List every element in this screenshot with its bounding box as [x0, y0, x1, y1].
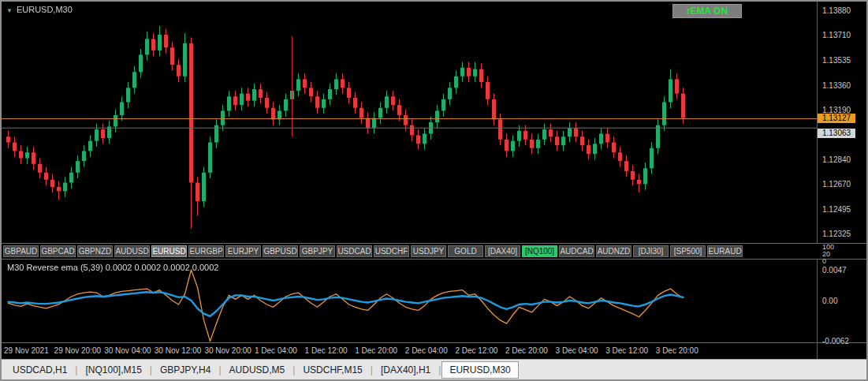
- indicator-scale-label: -0.0062: [822, 337, 849, 346]
- symbol-button-dji30[interactable]: [DJI30]: [633, 245, 669, 257]
- main-chart-canvas[interactable]: [2, 2, 817, 243]
- symbol-button-eurgbp[interactable]: EURGBP: [188, 245, 224, 257]
- chart-symbol-label: EURUSD,M30: [17, 5, 73, 14]
- symbol-button-usdchf[interactable]: USDCHF: [374, 245, 409, 257]
- chart-window: ▼EURUSD,M30 rEMA ON 1.138801.137101.1353…: [0, 0, 868, 381]
- time-axis-label: 29 Nov 20:00: [54, 346, 102, 355]
- bid-price-tag: 1.13063: [818, 129, 855, 138]
- time-axis-label: 1 Dec 12:00: [305, 346, 348, 355]
- price-axis-label: 1.12670: [822, 180, 851, 189]
- time-axis-label: 2 Dec 04:00: [405, 346, 448, 355]
- symbol-button-gbpusd[interactable]: GBPUSD: [263, 245, 298, 257]
- tab-eurusd-m30[interactable]: EURUSD,M30: [441, 361, 518, 379]
- symbol-button-audcad[interactable]: AUDCAD: [559, 245, 594, 257]
- chart-dropdown-icon: ▼: [6, 7, 13, 14]
- time-axis-label: 30 Nov 20:00: [204, 346, 251, 355]
- symbol-button-gbpaud[interactable]: GBPAUD: [3, 245, 39, 257]
- rema-toggle-button[interactable]: rEMA ON: [672, 4, 742, 18]
- symbol-button-row: GBPAUDGBPCADGBPNZDAUDUSDEURUSDEURGBPEURJ…: [2, 243, 866, 260]
- symbol-button-usdcad[interactable]: USDCAD: [337, 245, 372, 257]
- symbol-button-eurusd[interactable]: EURUSD: [151, 245, 187, 257]
- ask-price-tag: 1.13127: [818, 114, 855, 123]
- symbol-button-dax40[interactable]: [DAX40]: [485, 245, 520, 257]
- tab--dax40--h1[interactable]: [DAX40],H1: [374, 361, 438, 379]
- symbol-button-nq100[interactable]: [NQ100]: [522, 245, 557, 257]
- symbol-button-gbpcad[interactable]: GBPCAD: [40, 245, 76, 257]
- time-axis-label: 30 Nov 04:00: [104, 346, 151, 355]
- symbol-button-euraud[interactable]: EURAUD: [707, 245, 743, 257]
- time-axis-label: 3 Dec 04:00: [556, 346, 598, 355]
- time-axis-label: 29 Nov 2021: [4, 346, 49, 355]
- price-axis-label: 1.12840: [822, 155, 851, 164]
- symbol-button-audnzd[interactable]: AUDNZD: [596, 245, 631, 257]
- tab-audusd-m5[interactable]: AUDUSD,M5: [222, 361, 292, 379]
- price-axis-label: 1.13360: [822, 81, 851, 90]
- tab-gbpjpy-h4[interactable]: GBPJPY,H4: [153, 361, 218, 379]
- price-axis-label: 1.13535: [822, 56, 851, 65]
- indicator-label: M30 Reverse ema (5,39) 0.0002 0.0002 0.0…: [7, 263, 218, 272]
- symbol-button-audusd[interactable]: AUDUSD: [114, 245, 150, 257]
- time-axis-separator: [2, 342, 866, 343]
- window-tabs-bar: USDCAD,H1|[NQ100],M15|GBPJPY,H4|AUDUSD,M…: [2, 359, 866, 379]
- time-axis-label: 1 Dec 04:00: [255, 346, 297, 355]
- symbol-button-gold[interactable]: GOLD: [448, 245, 483, 257]
- time-axis-label: 3 Dec 20:00: [656, 346, 698, 355]
- time-axis-label: 1 Dec 20:00: [355, 346, 397, 355]
- mini-scale-label: 0: [822, 257, 826, 265]
- price-scale-separator: [817, 2, 818, 359]
- indicator-scale-label: 0.00: [822, 297, 837, 305]
- time-axis-label: 30 Nov 12:00: [155, 346, 202, 355]
- symbol-button-usdjpy[interactable]: USDJPY: [411, 245, 446, 257]
- chart-title: ▼EURUSD,M30: [6, 5, 73, 14]
- tab-usdcad-h1[interactable]: USDCAD,H1: [6, 361, 74, 379]
- time-axis-label: 2 Dec 12:00: [455, 346, 497, 355]
- price-axis-label: 1.13190: [822, 106, 851, 114]
- symbol-button-gbpjpy[interactable]: GBPJPY: [300, 245, 335, 257]
- price-axis-label: 1.12495: [822, 205, 851, 214]
- time-axis-label: 3 Dec 12:00: [605, 346, 648, 355]
- symbol-button-gbpnzd[interactable]: GBPNZD: [77, 245, 113, 257]
- price-axis-label: 1.13880: [822, 6, 851, 15]
- tab--nq100--m15[interactable]: [NQ100],M15: [78, 361, 148, 379]
- price-axis-label: 1.12325: [822, 230, 851, 238]
- time-axis-label: 2 Dec 20:00: [505, 346, 548, 355]
- indicator-scale-label: 0.0047: [822, 266, 847, 275]
- symbol-button-sp500[interactable]: [SP500]: [670, 245, 706, 257]
- tab-usdchf-m15[interactable]: USDCHF,M15: [296, 361, 369, 379]
- price-axis-label: 1.13710: [822, 31, 851, 39]
- symbol-button-eurjpy[interactable]: EURJPY: [225, 245, 261, 257]
